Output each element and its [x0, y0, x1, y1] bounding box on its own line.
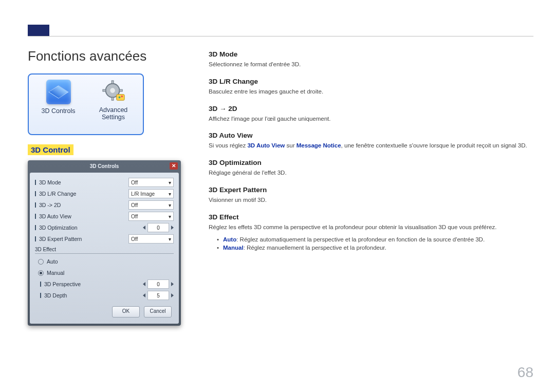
row-3d-expert: 3D Expert Pattern Off▾ — [35, 233, 174, 245]
desc-3d-autoview-h: 3D Auto View — [209, 132, 533, 139]
desc-3d-effect-list: Auto: Réglez automatiquement la perspect… — [209, 236, 533, 251]
desc-3d-expert-p: Visionner un motif 3D. — [209, 196, 533, 205]
header-accent-bar — [28, 25, 49, 36]
row-3d-depth-value[interactable]: 5 — [147, 291, 169, 300]
svg-point-8 — [121, 96, 123, 98]
row-3d-lr-value[interactable]: L/R Image▾ — [128, 189, 174, 198]
radio-auto-label: Auto — [47, 258, 174, 265]
close-icon[interactable]: ✕ — [170, 162, 178, 170]
row-3d-lr: 3D L/R Change L/R Image▾ — [35, 188, 174, 199]
page-number: 68 — [517, 364, 533, 381]
row-3d-2d: 3D -> 2D Off▾ — [35, 199, 174, 211]
desc-3d-autoview-p: Si vous réglez 3D Auto View sur Message … — [209, 141, 533, 151]
tile-advanced-label-2: Settings — [102, 114, 125, 121]
svg-point-1 — [110, 88, 115, 93]
row-3d-opt: 3D Optimization 0 — [35, 222, 174, 233]
row-3d-expert-value[interactable]: Off▾ — [128, 234, 174, 244]
tile-3d-controls[interactable]: 3D Controls — [32, 78, 85, 131]
desc-3d-expert-h: 3D Expert Pattern — [209, 186, 533, 194]
desc-3d-opt-p: Réglage général de l'effet 3D. — [209, 169, 533, 178]
row-3d-autoview-value[interactable]: Off▾ — [128, 212, 174, 221]
menu-icons-card: 3D Controls — [28, 73, 144, 135]
row-3d-depth: 3D Depth 5 — [35, 290, 174, 301]
radio-auto[interactable]: Auto — [35, 256, 174, 267]
ok-button[interactable]: OK — [112, 306, 140, 318]
dialog-3d-controls: 3D Controls ✕ 3D Mode Off▾ 3D L/R Change… — [28, 160, 181, 326]
svg-rect-2 — [112, 81, 114, 84]
cube-3d-icon — [46, 80, 71, 104]
cancel-button[interactable]: Cancel — [144, 306, 172, 318]
svg-rect-3 — [112, 98, 114, 101]
chevron-left-icon[interactable] — [143, 226, 145, 230]
desc-3d-lr-h: 3D L/R Change — [209, 78, 533, 85]
header-rule — [28, 36, 533, 36]
radio-icon — [38, 270, 44, 276]
row-3d-mode-label: 3D Mode — [39, 179, 125, 185]
radio-manual[interactable]: Manual — [35, 267, 174, 278]
row-3d-perspective-label: 3D Perspective — [44, 281, 140, 287]
chevron-left-icon[interactable] — [143, 293, 145, 297]
chevron-right-icon[interactable] — [171, 226, 174, 230]
row-3d-depth-label: 3D Depth — [44, 292, 140, 298]
tile-advanced-label-1: Advanced — [99, 106, 128, 114]
tile-advanced-settings[interactable]: Advanced Settings — [87, 78, 140, 131]
chevron-right-icon[interactable] — [171, 282, 174, 286]
desc-3d-effect-p: Réglez les effets 3D comme la perspectiv… — [209, 223, 533, 232]
desc-3d-opt-h: 3D Optimization — [209, 159, 533, 166]
desc-3d-2d-p: Affichez l'image pour l'œil gauche uniqu… — [209, 115, 533, 124]
row-3d-autoview: 3D Auto View Off▾ — [35, 211, 174, 222]
row-3d-perspective-value[interactable]: 0 — [147, 279, 169, 289]
row-3d-opt-value[interactable]: 0 — [147, 223, 169, 232]
row-3d-mode-value[interactable]: Off▾ — [128, 178, 174, 187]
svg-rect-4 — [102, 89, 105, 91]
row-3d-lr-label: 3D L/R Change — [39, 191, 125, 197]
row-3d-autoview-label: 3D Auto View — [39, 213, 125, 219]
row-3d-perspective: 3D Perspective 0 — [35, 278, 174, 290]
desc-3d-mode-p: Sélectionnez le format d'entrée 3D. — [209, 60, 533, 69]
page-title: Fonctions avancées — [28, 48, 187, 64]
dialog-title-text: 3D Controls — [90, 163, 119, 169]
group-3d-effect: 3D Effect — [35, 245, 174, 254]
svg-rect-5 — [119, 89, 122, 91]
desc-3d-2d-h: 3D → 2D — [209, 105, 533, 113]
radio-manual-label: Manual — [47, 270, 174, 276]
row-3d-mode: 3D Mode Off▾ — [35, 177, 174, 188]
chevron-left-icon[interactable] — [143, 282, 145, 286]
desc-3d-lr-p: Basculez entre les images gauche et droi… — [209, 87, 533, 97]
tile-3d-controls-label: 3D Controls — [42, 107, 76, 115]
row-3d-2d-value[interactable]: Off▾ — [128, 200, 174, 210]
row-3d-expert-label: 3D Expert Pattern — [39, 236, 125, 242]
desc-3d-mode-h: 3D Mode — [209, 50, 533, 58]
desc-3d-effect-h: 3D Effect — [209, 213, 533, 221]
section-heading-3d-control: 3D Control — [28, 144, 73, 155]
row-3d-opt-label: 3D Optimization — [39, 225, 140, 231]
svg-point-7 — [118, 97, 120, 99]
chevron-right-icon[interactable] — [171, 293, 174, 297]
radio-icon — [38, 259, 44, 265]
gear-icon — [102, 80, 125, 103]
row-3d-2d-label: 3D -> 2D — [39, 202, 125, 208]
